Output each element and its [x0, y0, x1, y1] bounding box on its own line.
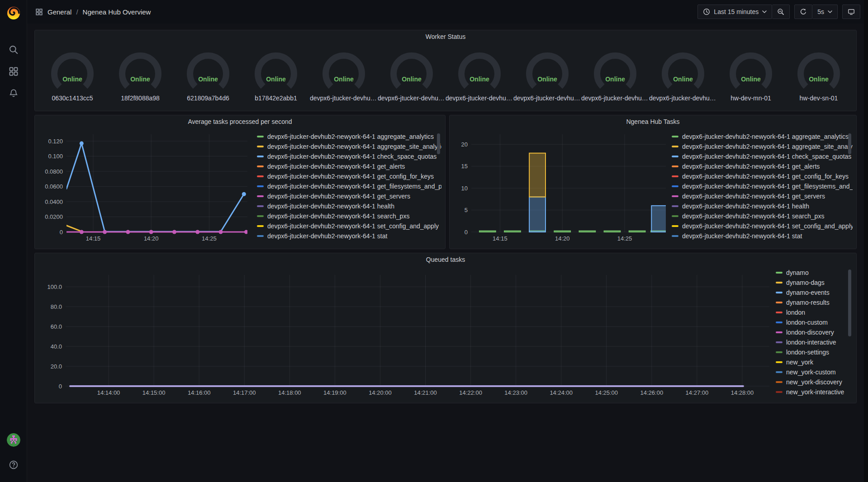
- legend-item[interactable]: new_york: [776, 357, 853, 367]
- breadcrumb-folder[interactable]: General: [47, 8, 71, 16]
- legend-label: new_york: [786, 359, 813, 366]
- worker-gauge[interactable]: Online devpx6-jtucker-devhub2-...: [649, 48, 717, 102]
- svg-text:14:28:00: 14:28:00: [731, 389, 754, 396]
- grafana-app: General / Ngenea Hub Overview Last 15 mi…: [0, 0, 868, 482]
- search-icon[interactable]: [9, 45, 19, 55]
- avg-tasks-chart[interactable]: 00.02000.04000.06000.08000.1000.12014:15…: [38, 128, 257, 245]
- legend-swatch: [672, 156, 678, 157]
- legend-item[interactable]: devpx6-jtucker-devhub2-newyork-64-1 chec…: [672, 151, 853, 161]
- worker-gauge[interactable]: Online 0630c1413cc5: [38, 48, 106, 102]
- legend-item[interactable]: dynamo-events: [776, 288, 853, 298]
- legend-swatch: [672, 205, 678, 207]
- legend-item[interactable]: new_york-interactive: [776, 387, 853, 397]
- legend-item[interactable]: devpx6-jtucker-devhub2-newyork-64-1 get_…: [257, 161, 441, 171]
- legend-item[interactable]: devpx6-jtucker-devhub2-newyork-64-1 sear…: [672, 211, 853, 221]
- svg-text:20: 20: [461, 141, 468, 148]
- legend-item[interactable]: devpx6-jtucker-devhub2-newyork-64-1 set_…: [672, 221, 853, 231]
- worker-gauge[interactable]: Online devpx6-jtucker-devhub2-...: [513, 48, 581, 102]
- worker-name: devpx6-jtucker-devhub2-...: [310, 95, 378, 102]
- worker-gauge[interactable]: Online b17842e2abb1: [242, 48, 310, 102]
- legend-label: dynamo-events: [786, 289, 830, 296]
- worker-status-value: Online: [446, 76, 513, 83]
- zoom-out-button[interactable]: [772, 5, 790, 19]
- legend-item[interactable]: devpx6-jtucker-devhub2-newyork-64-1 get_…: [672, 161, 853, 171]
- page-scrollbar[interactable]: [864, 0, 868, 482]
- legend-item[interactable]: devpx6-jtucker-devhub2-newyork-64-1 chec…: [257, 151, 441, 161]
- legend-label: london-interactive: [786, 339, 836, 346]
- gauge-arc: [248, 48, 304, 94]
- worker-gauge[interactable]: Online 621809a7b4d6: [174, 48, 242, 102]
- dashboards-grid-icon[interactable]: [9, 66, 19, 76]
- avatar[interactable]: [7, 433, 20, 447]
- worker-name: hw-dev-sn-01: [800, 95, 838, 102]
- legend-item[interactable]: devpx6-jtucker-devhub2-newyork-64-1 stat: [672, 231, 853, 241]
- svg-text:5: 5: [465, 207, 468, 213]
- legend-item[interactable]: new_york-discovery: [776, 377, 853, 387]
- bell-icon[interactable]: [9, 88, 19, 98]
- legend-item[interactable]: dynamo-results: [776, 298, 853, 307]
- legend-label: london: [786, 309, 805, 316]
- worker-gauge[interactable]: Online hw-dev-mn-01: [717, 48, 785, 102]
- breadcrumb-dashboard-title[interactable]: Ngenea Hub Overview: [83, 8, 151, 16]
- grafana-logo[interactable]: [5, 5, 22, 21]
- legend-item[interactable]: devpx6-jtucker-devhub2-newyork-64-1 aggr…: [257, 142, 441, 151]
- svg-text:0.0200: 0.0200: [45, 213, 63, 220]
- legend-item[interactable]: devpx6-jtucker-devhub2-newyork-64-1 get_…: [672, 191, 853, 201]
- legend-item[interactable]: devpx6-jtucker-devhub2-newyork-64-1 get_…: [257, 171, 441, 181]
- legend-item[interactable]: devpx6-jtucker-devhub2-newyork-64-1 set_…: [257, 221, 441, 231]
- hub-tasks-chart[interactable]: 0510152014:1514:2014:25: [453, 128, 672, 245]
- worker-status-value: Online: [785, 76, 853, 83]
- tv-mode-button[interactable]: [842, 5, 860, 19]
- legend-item[interactable]: devpx6-jtucker-devhub2-newyork-64-1 get_…: [257, 191, 441, 201]
- time-range-picker[interactable]: Last 15 minutes: [697, 5, 772, 19]
- refresh-interval-picker[interactable]: 5s: [812, 5, 838, 19]
- legend-item[interactable]: devpx6-jtucker-devhub2-newyork-64-1 get_…: [257, 181, 441, 191]
- svg-text:14:23:00: 14:23:00: [504, 389, 527, 396]
- legend-item[interactable]: devpx6-jtucker-devhub2-newyork-64-1 get_…: [672, 171, 853, 181]
- legend-swatch: [257, 146, 264, 147]
- queued-tasks-chart[interactable]: 020.040.060.080.0100.014:14:0014:15:0014…: [38, 266, 776, 400]
- worker-status-value: Online: [174, 76, 242, 83]
- worker-gauge[interactable]: Online hw-dev-sn-01: [785, 48, 853, 102]
- panel-title[interactable]: Worker Status: [35, 30, 856, 43]
- legend-item[interactable]: devpx6-jtucker-devhub2-newyork-64-1 sear…: [257, 211, 441, 221]
- legend-item[interactable]: devpx6-jtucker-devhub2-newyork-64-1 heal…: [672, 201, 853, 211]
- worker-gauge[interactable]: Online devpx6-jtucker-devhub2-...: [581, 48, 649, 102]
- panel-title[interactable]: Average tasks processed per second: [35, 115, 445, 128]
- legend-label: devpx6-jtucker-devhub2-newyork-64-1: [682, 242, 790, 243]
- worker-gauge[interactable]: Online devpx6-jtucker-devhub2-...: [310, 48, 378, 102]
- legend-item[interactable]: dynamo-dags: [776, 278, 853, 288]
- help-icon[interactable]: [9, 460, 19, 470]
- zoom-out-icon: [777, 8, 784, 15]
- legend-swatch: [672, 185, 678, 187]
- legend-item[interactable]: devpx6-jtucker-devhub2-newyork-64-1 aggr…: [672, 132, 853, 142]
- legend-item[interactable]: london: [776, 307, 853, 317]
- legend-item[interactable]: devpx6-jtucker-devhub2-newyork-64-1 heal…: [257, 201, 441, 211]
- legend-item[interactable]: devpx6-jtucker-devhub2-newyork-64-1 stat: [257, 231, 441, 241]
- legend-swatch: [776, 361, 783, 363]
- worker-gauge[interactable]: Online devpx6-jtucker-devhub2-...: [446, 48, 513, 102]
- worker-status-value: Online: [310, 76, 378, 83]
- legend-label: new_york-discovery: [786, 378, 842, 386]
- legend-item[interactable]: london-settings: [776, 347, 853, 357]
- legend-item[interactable]: london-custom: [776, 317, 853, 327]
- refresh-button[interactable]: [794, 5, 812, 19]
- panel-title[interactable]: Ngenea Hub Tasks: [450, 115, 856, 128]
- legend-label: devpx6-jtucker-devhub2-newyork-64-1 stat: [682, 232, 802, 240]
- legend-item[interactable]: dynamo: [776, 268, 853, 278]
- worker-gauge[interactable]: Online devpx6-jtucker-devhub2-...: [378, 48, 446, 102]
- legend-swatch: [672, 225, 678, 227]
- legend-swatch: [257, 225, 264, 227]
- legend-item[interactable]: devpx6-jtucker-devhub2-newyork-64-1: [257, 241, 441, 243]
- legend-item[interactable]: devpx6-jtucker-devhub2-newyork-64-1 aggr…: [672, 142, 853, 151]
- worker-gauge[interactable]: Online 18f2f8088a98: [106, 48, 174, 102]
- legend-item[interactable]: devpx6-jtucker-devhub2-newyork-64-1: [672, 241, 853, 243]
- legend-item[interactable]: devpx6-jtucker-devhub2-newyork-64-1 get_…: [672, 181, 853, 191]
- legend-item[interactable]: london-interactive: [776, 337, 853, 347]
- panel-title[interactable]: Queued tasks: [35, 253, 856, 266]
- legend-item[interactable]: devpx6-jtucker-devhub2-newyork-64-1 aggr…: [257, 132, 441, 142]
- svg-text:15: 15: [461, 163, 468, 170]
- legend-item[interactable]: london-discovery: [776, 327, 853, 337]
- gauge-arc: [180, 48, 236, 94]
- legend-item[interactable]: new_york-custom: [776, 367, 853, 377]
